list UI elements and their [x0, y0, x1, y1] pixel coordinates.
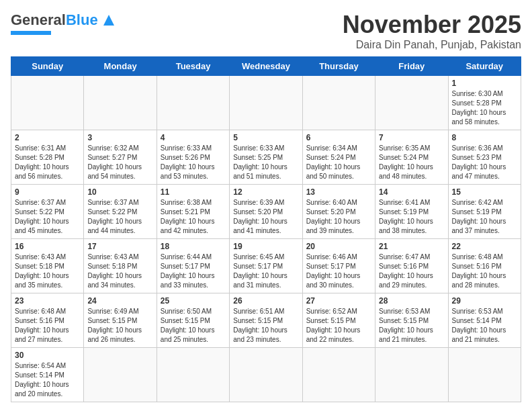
location-title: Daira Din Panah, Punjab, Pakistan	[343, 39, 521, 51]
calendar-cell: 25Sunrise: 6:50 AM Sunset: 5:15 PM Dayli…	[157, 293, 229, 348]
month-title: November 2025	[343, 11, 521, 39]
calendar-cell: 8Sunrise: 6:36 AM Sunset: 5:23 PM Daylig…	[448, 130, 521, 185]
day-number: 29	[452, 296, 517, 306]
day-info: Sunrise: 6:48 AM Sunset: 5:16 PM Dayligh…	[452, 253, 517, 290]
day-info: Sunrise: 6:33 AM Sunset: 5:26 PM Dayligh…	[161, 144, 226, 181]
calendar-cell: 5Sunrise: 6:33 AM Sunset: 5:25 PM Daylig…	[230, 130, 302, 185]
day-info: Sunrise: 6:37 AM Sunset: 5:22 PM Dayligh…	[15, 198, 80, 236]
day-number: 26	[233, 296, 298, 306]
weekday-header-monday: Monday	[84, 57, 157, 76]
calendar-cell: 21Sunrise: 6:47 AM Sunset: 5:16 PM Dayli…	[375, 239, 448, 293]
calendar-cell: 22Sunrise: 6:48 AM Sunset: 5:16 PM Dayli…	[448, 239, 521, 293]
calendar-cell	[230, 348, 302, 402]
calendar-cell: 30Sunrise: 6:54 AM Sunset: 5:14 PM Dayli…	[11, 348, 84, 402]
calendar-cell: 19Sunrise: 6:45 AM Sunset: 5:17 PM Dayli…	[230, 239, 302, 293]
calendar-week-2: 9Sunrise: 6:37 AM Sunset: 5:22 PM Daylig…	[11, 185, 521, 239]
day-number: 10	[87, 187, 152, 197]
day-info: Sunrise: 6:32 AM Sunset: 5:27 PM Dayligh…	[87, 144, 152, 181]
day-number: 14	[379, 187, 444, 197]
day-number: 28	[379, 296, 444, 306]
title-area: November 2025 Daira Din Panah, Punjab, P…	[343, 11, 521, 51]
calendar-cell: 4Sunrise: 6:33 AM Sunset: 5:26 PM Daylig…	[157, 130, 229, 185]
calendar-cell	[84, 76, 157, 130]
calendar-cell: 10Sunrise: 6:37 AM Sunset: 5:22 PM Dayli…	[84, 185, 157, 239]
day-number: 8	[452, 133, 517, 142]
calendar-cell: 24Sunrise: 6:49 AM Sunset: 5:15 PM Dayli…	[84, 293, 157, 348]
day-number: 2	[15, 133, 80, 142]
day-info: Sunrise: 6:48 AM Sunset: 5:16 PM Dayligh…	[15, 307, 80, 345]
day-info: Sunrise: 6:44 AM Sunset: 5:17 PM Dayligh…	[161, 253, 226, 290]
day-info: Sunrise: 6:43 AM Sunset: 5:18 PM Dayligh…	[87, 253, 152, 290]
calendar-cell: 16Sunrise: 6:43 AM Sunset: 5:18 PM Dayli…	[11, 239, 84, 293]
day-number: 24	[87, 296, 152, 306]
calendar-cell	[448, 348, 521, 402]
weekday-header-tuesday: Tuesday	[157, 57, 229, 76]
logo-icon	[99, 11, 118, 30]
calendar-cell	[84, 348, 157, 402]
day-info: Sunrise: 6:46 AM Sunset: 5:17 PM Dayligh…	[306, 253, 371, 290]
calendar-cell: 15Sunrise: 6:42 AM Sunset: 5:19 PM Dayli…	[448, 185, 521, 239]
calendar-cell	[302, 76, 375, 130]
calendar-cell: 29Sunrise: 6:53 AM Sunset: 5:14 PM Dayli…	[448, 293, 521, 348]
day-info: Sunrise: 6:33 AM Sunset: 5:25 PM Dayligh…	[233, 144, 298, 181]
day-number: 6	[306, 133, 371, 142]
day-info: Sunrise: 6:43 AM Sunset: 5:18 PM Dayligh…	[15, 253, 80, 290]
day-info: Sunrise: 6:50 AM Sunset: 5:15 PM Dayligh…	[161, 307, 226, 345]
calendar-cell: 13Sunrise: 6:40 AM Sunset: 5:20 PM Dayli…	[302, 185, 375, 239]
day-number: 9	[15, 187, 80, 197]
day-number: 21	[379, 242, 444, 251]
weekday-header-wednesday: Wednesday	[230, 57, 302, 76]
calendar-cell	[230, 76, 302, 130]
calendar-cell: 7Sunrise: 6:35 AM Sunset: 5:24 PM Daylig…	[375, 130, 448, 185]
day-info: Sunrise: 6:36 AM Sunset: 5:23 PM Dayligh…	[452, 144, 517, 181]
day-info: Sunrise: 6:41 AM Sunset: 5:19 PM Dayligh…	[379, 198, 444, 236]
logo-general: General	[11, 11, 66, 29]
weekday-header-sunday: Sunday	[11, 57, 84, 76]
day-info: Sunrise: 6:49 AM Sunset: 5:15 PM Dayligh…	[87, 307, 152, 345]
logo: General Blue	[11, 11, 118, 35]
day-number: 16	[15, 242, 80, 251]
day-number: 30	[15, 351, 80, 360]
day-number: 7	[379, 133, 444, 142]
day-info: Sunrise: 6:47 AM Sunset: 5:16 PM Dayligh…	[379, 253, 444, 290]
calendar-body: 1Sunrise: 6:30 AM Sunset: 5:28 PM Daylig…	[11, 76, 521, 402]
day-info: Sunrise: 6:45 AM Sunset: 5:17 PM Dayligh…	[233, 253, 298, 290]
day-number: 15	[452, 187, 517, 197]
logo-blue: Blue	[66, 11, 98, 29]
day-info: Sunrise: 6:35 AM Sunset: 5:24 PM Dayligh…	[379, 144, 444, 181]
calendar-cell: 2Sunrise: 6:31 AM Sunset: 5:28 PM Daylig…	[11, 130, 84, 185]
day-info: Sunrise: 6:31 AM Sunset: 5:28 PM Dayligh…	[15, 144, 80, 181]
day-info: Sunrise: 6:53 AM Sunset: 5:14 PM Dayligh…	[452, 307, 517, 345]
weekday-header-thursday: Thursday	[302, 57, 375, 76]
calendar-cell: 28Sunrise: 6:53 AM Sunset: 5:15 PM Dayli…	[375, 293, 448, 348]
day-number: 18	[161, 242, 226, 251]
calendar-cell	[157, 76, 229, 130]
calendar-cell: 23Sunrise: 6:48 AM Sunset: 5:16 PM Dayli…	[11, 293, 84, 348]
day-info: Sunrise: 6:42 AM Sunset: 5:19 PM Dayligh…	[452, 198, 517, 236]
day-number: 3	[87, 133, 152, 142]
svg-marker-0	[103, 15, 114, 26]
day-number: 12	[233, 187, 298, 197]
calendar-cell: 11Sunrise: 6:38 AM Sunset: 5:21 PM Dayli…	[157, 185, 229, 239]
day-info: Sunrise: 6:38 AM Sunset: 5:21 PM Dayligh…	[161, 198, 226, 236]
calendar-week-4: 23Sunrise: 6:48 AM Sunset: 5:16 PM Dayli…	[11, 293, 521, 348]
calendar-cell: 1Sunrise: 6:30 AM Sunset: 5:28 PM Daylig…	[448, 76, 521, 130]
calendar-cell: 27Sunrise: 6:52 AM Sunset: 5:15 PM Dayli…	[302, 293, 375, 348]
weekday-header-row: SundayMondayTuesdayWednesdayThursdayFrid…	[11, 57, 521, 76]
calendar-cell: 12Sunrise: 6:39 AM Sunset: 5:20 PM Dayli…	[230, 185, 302, 239]
day-number: 27	[306, 296, 371, 306]
day-number: 5	[233, 133, 298, 142]
day-number: 20	[306, 242, 371, 251]
calendar-cell	[302, 348, 375, 402]
day-number: 25	[161, 296, 226, 306]
day-info: Sunrise: 6:30 AM Sunset: 5:28 PM Dayligh…	[452, 89, 517, 127]
calendar-cell	[157, 348, 229, 402]
day-info: Sunrise: 6:34 AM Sunset: 5:24 PM Dayligh…	[306, 144, 371, 181]
calendar-cell	[375, 76, 448, 130]
calendar-cell: 9Sunrise: 6:37 AM Sunset: 5:22 PM Daylig…	[11, 185, 84, 239]
calendar-cell: 17Sunrise: 6:43 AM Sunset: 5:18 PM Dayli…	[84, 239, 157, 293]
day-info: Sunrise: 6:54 AM Sunset: 5:14 PM Dayligh…	[15, 361, 80, 399]
calendar-cell: 3Sunrise: 6:32 AM Sunset: 5:27 PM Daylig…	[84, 130, 157, 185]
calendar-week-0: 1Sunrise: 6:30 AM Sunset: 5:28 PM Daylig…	[11, 76, 521, 130]
calendar-cell: 18Sunrise: 6:44 AM Sunset: 5:17 PM Dayli…	[157, 239, 229, 293]
